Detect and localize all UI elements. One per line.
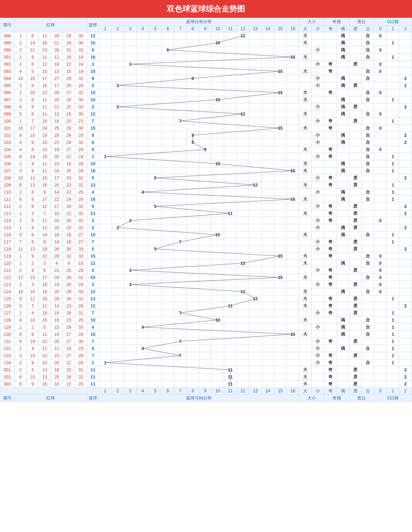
prime-cell xyxy=(349,75,361,82)
parity-cell xyxy=(337,366,349,374)
dist-cell xyxy=(149,253,162,260)
prime-cell: 质 xyxy=(349,246,361,253)
dist-cell xyxy=(124,132,136,139)
dist-cell xyxy=(124,231,136,238)
dist-cell xyxy=(199,118,211,125)
red-ball-cell: 2 xyxy=(27,324,39,331)
prime-cell xyxy=(361,281,374,288)
blue-ball-cell: 7 xyxy=(87,338,99,345)
red-ball-cell: 8 xyxy=(15,331,27,338)
red-ball-cell: 27 xyxy=(75,238,87,246)
dist-cell xyxy=(111,381,124,388)
dist-cell xyxy=(249,111,262,118)
dist-cell xyxy=(286,231,299,238)
dist-cell: 3 xyxy=(124,267,136,274)
dist-cell xyxy=(124,89,136,96)
road-cell xyxy=(387,82,399,89)
parity-cell: 偶 xyxy=(337,103,349,111)
dist-cell xyxy=(99,75,111,82)
period-cell: 133 xyxy=(0,352,15,359)
period-cell: 131 xyxy=(0,338,15,345)
dist-cell xyxy=(237,246,249,253)
dist-cell xyxy=(274,75,286,82)
parity-cell xyxy=(337,253,349,260)
red-ball-cell: 3 xyxy=(15,352,27,359)
red-ball-cell: 22 xyxy=(63,359,75,366)
red-ball-cell: 16 xyxy=(39,295,51,302)
dist-cell xyxy=(274,238,286,246)
chart-container: 期号 红球 篮球 蓝球分布分布 大小 奇偶 质合 012路 1234567891… xyxy=(0,18,412,402)
header-prime: 质合 xyxy=(349,18,374,26)
sub-header-cell: 4 xyxy=(137,26,149,32)
red-ball-cell: 31 xyxy=(75,310,87,317)
dist-cell xyxy=(237,125,249,132)
dist-cell xyxy=(174,103,186,111)
dist-cell xyxy=(124,125,136,132)
dist-cell xyxy=(186,352,199,359)
dist-cell xyxy=(262,189,274,196)
road-cell: 0 xyxy=(374,32,387,39)
dist-cell xyxy=(186,54,199,61)
dist-cell xyxy=(111,338,124,345)
road-cell xyxy=(399,182,412,189)
size-cell xyxy=(299,224,312,231)
road-cell: 2 xyxy=(399,246,412,253)
dist-cell xyxy=(224,153,237,160)
parity-cell: 偶 xyxy=(337,32,349,39)
road-cell: 2 xyxy=(399,203,412,210)
road-cell: 1 xyxy=(387,231,399,238)
dist-cell xyxy=(162,82,174,89)
size-cell: 小 xyxy=(312,139,324,146)
dist-cell xyxy=(162,160,174,167)
period-cell: 097 xyxy=(0,96,15,103)
sub-footer-cell: 8 xyxy=(186,388,199,394)
dist-cell xyxy=(249,302,262,310)
road-cell: 1 xyxy=(387,345,399,352)
dist-cell xyxy=(286,182,299,189)
dist-cell xyxy=(274,54,286,61)
red-ball-cell: 1 xyxy=(15,54,27,61)
dist-cell xyxy=(124,253,136,260)
prime-cell xyxy=(349,260,361,267)
red-ball-cell: 26 xyxy=(63,310,75,317)
red-ball-cell: 20 xyxy=(63,82,75,89)
prime-cell: 质 xyxy=(349,281,361,288)
dist-cell xyxy=(212,68,224,75)
dist-cell xyxy=(224,139,237,146)
dist-cell xyxy=(286,238,299,246)
dist-cell xyxy=(111,210,124,217)
prime-cell xyxy=(361,61,374,68)
period-cell: 106 xyxy=(0,160,15,167)
dist-cell xyxy=(99,174,111,182)
dist-cell xyxy=(212,359,224,366)
dist-cell xyxy=(199,260,211,267)
size-cell xyxy=(312,89,324,96)
dist-cell xyxy=(274,317,286,324)
dist-cell xyxy=(199,338,211,345)
red-ball-cell: 10 xyxy=(15,174,27,182)
dist-cell xyxy=(149,32,162,39)
dist-cell xyxy=(262,217,274,224)
dist-cell xyxy=(99,210,111,217)
dist-cell xyxy=(124,139,136,146)
dist-cell xyxy=(237,238,249,246)
dist-cell xyxy=(274,174,286,182)
size-cell xyxy=(299,61,312,68)
dist-cell xyxy=(111,253,124,260)
prime-cell: 合 xyxy=(361,96,374,103)
blue-ball-cell: 7 xyxy=(87,310,99,317)
dist-cell xyxy=(262,231,274,238)
sub-header-cell: 11 xyxy=(224,26,237,32)
red-ball-cell: 14 xyxy=(51,189,63,196)
prime-cell: 质 xyxy=(349,203,361,210)
dist-cell xyxy=(199,174,211,182)
red-ball-cell: 2 xyxy=(15,39,27,47)
road-cell xyxy=(387,32,399,39)
dist-cell xyxy=(137,317,149,324)
footer-period: 期号 xyxy=(0,394,15,402)
red-ball-cell: 18 xyxy=(51,381,63,388)
dist-cell xyxy=(212,338,224,345)
dist-cell xyxy=(249,174,262,182)
dist-cell: 8 xyxy=(186,139,199,146)
dist-cell xyxy=(237,139,249,146)
